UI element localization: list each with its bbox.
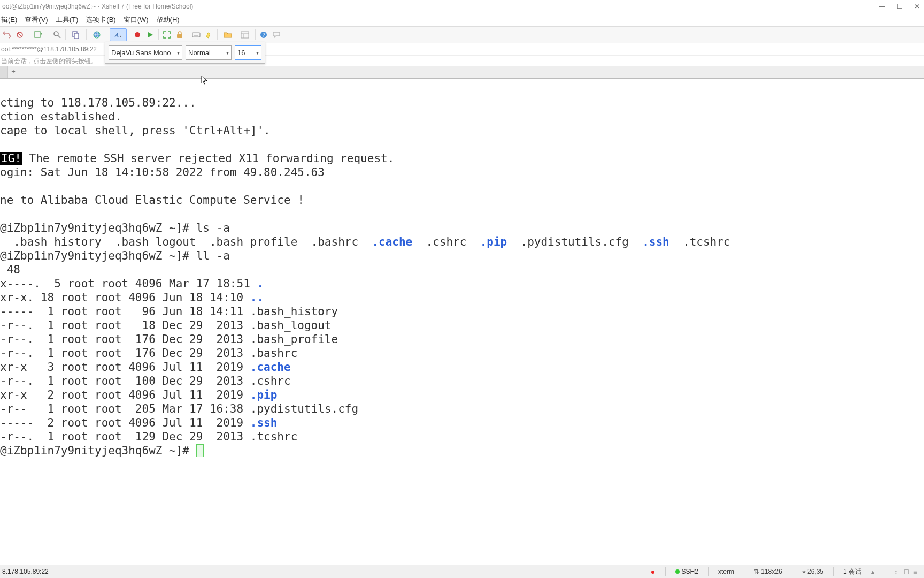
prompt: @iZbp1in7y9nityjeq3hq6wZ ~]# ll -a <box>0 249 230 262</box>
svg-rect-1 <box>35 32 40 37</box>
chevron-down-icon: ▾ <box>177 50 180 56</box>
status-pos: 26,35 <box>807 568 823 575</box>
svg-rect-10 <box>241 32 249 38</box>
font-style-value: Normal <box>188 49 211 57</box>
copy-icon[interactable] <box>68 29 84 41</box>
status-dim: 118x26 <box>761 568 782 575</box>
menu-window[interactable]: 窗口(W) <box>124 13 149 26</box>
disconnect-icon[interactable] <box>14 29 26 41</box>
ls-output: .pydistutils.cfg <box>507 235 642 248</box>
ll-dir: . <box>257 277 264 290</box>
term-line: cting to 118.178.105.89:22... <box>0 96 196 109</box>
minimize-button[interactable]: — <box>879 0 885 13</box>
toolbar: A ? <box>0 26 924 43</box>
status-sessions: 1 会话 <box>843 567 861 576</box>
close-button[interactable]: ✕ <box>914 0 920 13</box>
tab-strip: + <box>0 66 924 79</box>
ll-dir: .. <box>250 291 264 304</box>
svg-text:?: ? <box>263 32 266 38</box>
menubar: 辑(E) 查看(V) 工具(T) 选项卡(B) 窗口(W) 帮助(H) <box>0 13 924 26</box>
record-icon[interactable] <box>132 29 143 41</box>
ll-row: -r--. 1 root root 18 Dec 29 2013 .bash_l… <box>0 319 332 332</box>
menu-tabs[interactable]: 选项卡(B) <box>86 13 116 26</box>
ssh-indicator-icon <box>675 569 680 574</box>
ll-row: ----- 2 root root 4096 Jul 11 2019 <box>0 416 250 429</box>
layout-icon[interactable] <box>237 29 253 41</box>
status-tray: ↕ ☐ ≡ <box>894 568 920 575</box>
font-button[interactable]: A <box>110 28 127 41</box>
globe-icon[interactable] <box>89 29 105 41</box>
highlight-icon[interactable] <box>203 29 215 41</box>
prompt: @iZbp1in7y9nityjeq3hq6wZ ~]# ls -a <box>0 222 230 234</box>
term-line: 48 <box>0 263 20 276</box>
svg-text:A: A <box>114 32 119 38</box>
term-line: The remote SSH server rejected X11 forwa… <box>22 152 394 165</box>
font-name-combo[interactable]: DejaVu Sans Mono ▾ <box>109 45 182 60</box>
font-popup: DejaVu Sans Mono ▾ Normal ▾ 16 ▾ <box>105 42 265 64</box>
ls-output: .bash_history .bash_logout .bash_profile… <box>0 235 372 248</box>
font-size-value: 16 <box>237 49 245 57</box>
svg-point-2 <box>54 32 58 36</box>
svg-rect-8 <box>177 34 182 38</box>
statusbar: 8.178.105.89:22 SSH2 xterm ⇅ 118x26 ⌖ 26… <box>0 565 924 578</box>
font-name-value: DejaVu Sans Mono <box>111 49 171 57</box>
menu-view[interactable]: 查看(V) <box>25 13 48 26</box>
ll-row: xr-x 2 root root 4096 Jul 11 2019 <box>0 389 250 401</box>
new-session-icon[interactable] <box>30 29 47 41</box>
ll-row: x----. 5 root root 4096 Mar 17 18:51 <box>0 277 257 290</box>
terminal-cursor <box>196 444 204 457</box>
warning-tag: IG! <box>0 152 22 165</box>
prompt: @iZbp1in7y9nityjeq3hq6wZ ~]# <box>0 444 196 457</box>
term-line: ne to Alibaba Cloud Elastic Compute Serv… <box>0 194 304 207</box>
lock-icon[interactable] <box>174 29 186 41</box>
term-line: ction established. <box>0 110 122 123</box>
status-term: xterm <box>718 568 734 575</box>
folder-icon[interactable] <box>220 29 236 41</box>
svg-rect-4 <box>74 33 79 39</box>
terminal[interactable]: cting to 118.178.105.89:22... ction esta… <box>0 79 924 458</box>
play-icon[interactable] <box>144 29 156 41</box>
tray-icon[interactable]: ↕ <box>894 568 900 575</box>
ll-row: ----- 1 root root 96 Jun 18 14:11 .bash_… <box>0 305 338 318</box>
term-line: ogin: Sat Jun 18 14:10:58 2022 from 49.8… <box>0 166 325 179</box>
help-icon[interactable]: ? <box>258 29 270 41</box>
reconnect-icon[interactable] <box>1 29 13 41</box>
menu-edit[interactable]: 辑(E) <box>1 13 17 26</box>
tab-new[interactable]: + <box>8 66 19 78</box>
menu-tools[interactable]: 工具(T) <box>56 13 79 26</box>
ls-output: .tcshrc <box>669 235 730 248</box>
ll-dir: .pip <box>250 389 278 401</box>
ll-row: -r--. 1 root root 176 Dec 29 2013 .bashr… <box>0 347 297 360</box>
status-host: 8.178.105.89:22 <box>0 568 49 575</box>
ls-output: .cshrc <box>412 235 480 248</box>
ll-row: -r--. 1 root root 176 Dec 29 2013 .bash_… <box>0 333 338 346</box>
svg-rect-9 <box>192 33 200 37</box>
ll-row: -r--. 1 root root 100 Dec 29 2013 .cshrc <box>0 375 291 387</box>
tab-session[interactable] <box>0 66 8 78</box>
status-indicator-icon <box>651 571 654 574</box>
maximize-button[interactable]: ☐ <box>897 0 903 13</box>
titlebar: oot@iZbp1in7y9nityjeq3hq6wZ:~ - Xshell 7… <box>0 0 924 13</box>
status-ssh: SSH2 <box>682 568 698 575</box>
ll-dir: .cache <box>250 361 291 374</box>
menu-help[interactable]: 帮助(H) <box>156 13 180 26</box>
ll-row: -r--. 1 root root 129 Dec 29 2013 .tcshr… <box>0 430 297 443</box>
font-style-combo[interactable]: Normal ▾ <box>186 45 232 60</box>
ls-dir: .ssh <box>642 235 669 248</box>
chevron-down-icon: ▾ <box>256 50 259 56</box>
comment-icon[interactable] <box>271 29 282 41</box>
tray-icon[interactable]: ≡ <box>913 568 920 575</box>
tray-icon[interactable]: ☐ <box>904 568 910 575</box>
ll-dir: .ssh <box>250 416 278 429</box>
ls-dir: .cache <box>372 235 412 248</box>
search-icon[interactable] <box>51 29 63 41</box>
window-title: oot@iZbp1in7y9nityjeq3hq6wZ:~ - Xshell 7… <box>2 3 193 10</box>
fullscreen-icon[interactable] <box>161 29 173 41</box>
keyboard-icon[interactable] <box>190 29 202 41</box>
ll-row: -r-- 1 root root 205 Mar 17 16:38 .pydis… <box>0 402 358 415</box>
svg-point-7 <box>135 32 140 37</box>
ls-dir: .pip <box>480 235 507 248</box>
chevron-up-icon[interactable]: ▴ <box>871 568 874 575</box>
font-size-combo[interactable]: 16 ▾ <box>235 45 261 60</box>
ll-row: xr-x. 18 root root 4096 Jun 18 14:10 <box>0 291 250 304</box>
